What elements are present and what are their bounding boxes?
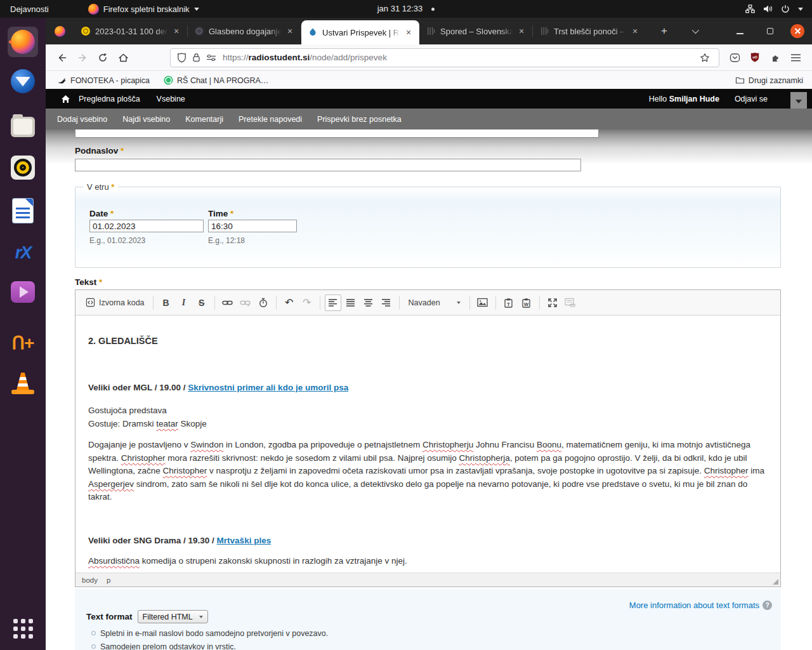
unlink-button[interactable] [237,295,254,311]
dock-item-libreoffice[interactable] [8,196,38,226]
undo-button[interactable]: ↶ [281,295,298,311]
tab-close-button[interactable]: × [284,25,296,37]
back-button[interactable] [52,48,72,67]
volume-icon [763,4,773,13]
align-left-button[interactable] [325,295,341,311]
podnaslov-field[interactable] [75,159,581,171]
tab-ustvari-prispevek[interactable]: Ustvari Prispevek | R × [301,20,419,44]
url-text: https://radiostudent.si/node/add/prispev… [223,53,695,62]
dock-item-nplus[interactable]: Ո+ [8,328,38,358]
redo-button[interactable]: ↷ [299,295,315,311]
editor-link[interactable]: Mrtvaški ples [217,536,272,545]
bookmark-rs-chat[interactable]: RŠ Chat | NA PROGRA… [164,76,268,85]
minimize-button[interactable] [730,22,750,41]
dock-item-vlc[interactable] [8,368,38,399]
italic-button[interactable]: I [176,295,192,311]
shortcut-komentarji[interactable]: Komentarji [185,115,223,124]
admin-link-pregledna-plosca[interactable]: Pregledna plošča [79,95,140,103]
bold-button[interactable]: B [158,295,174,311]
url-bar[interactable]: https://radiostudent.si/node/add/prispev… [170,48,719,67]
paragraph-format-select[interactable]: Navaden [404,295,465,311]
shortcut-dodaj-vsebino[interactable]: Dodaj vsebino [57,115,107,124]
dock-item-media-player[interactable] [8,277,38,307]
image-button[interactable] [475,295,491,311]
extensions-puzzle-button[interactable] [765,48,785,67]
menu-hamburger-button[interactable] [785,48,806,67]
align-center-button[interactable] [360,295,377,311]
dock-item-rx[interactable]: rX [8,237,38,268]
dock-item-audio-player[interactable] [8,152,38,183]
shortcut-pretekle-napovedi[interactable]: Pretekle napovedi [239,115,302,124]
logout-link[interactable]: Odjavi se [735,95,768,103]
editor-paragraph: Dogajanje je postavljeno v Swindon in Lo… [88,439,768,504]
tab-spored-slovenska[interactable]: Spored – Slovenska × [419,20,532,42]
activities-button[interactable]: Dejavnosti [0,0,59,18]
align-right-button[interactable] [378,295,395,311]
date-field[interactable] [89,220,204,232]
tab-glasbeno-dogajanje[interactable]: Glasbeno dogajanje × [188,20,301,42]
help-icon[interactable]: ? [763,600,772,610]
source-button[interactable]: Izvorna koda [82,295,148,311]
time-label: Time * [208,209,233,218]
editor-text: mora razrešiti skrivnost: nekdo je sosed… [166,453,459,463]
text-format-select[interactable]: Filtered HTML [138,610,208,623]
svg-text:W: W [524,301,529,307]
list-tabs-button[interactable] [685,22,704,41]
link-button[interactable] [219,295,236,311]
strikethrough-button[interactable]: S [193,295,210,311]
path-body[interactable]: body [82,576,98,584]
dock-item-files[interactable] [8,112,38,142]
stopwatch-icon [258,298,268,308]
timer-button[interactable] [255,295,272,311]
show-applications-button[interactable] [8,613,38,644]
templates-button[interactable] [562,295,579,311]
editor-content[interactable]: 2. GLEDALIŠČEVeliki oder MGL / 19.00 / S… [75,315,780,573]
shortcut-prispevki-brez-posnetka[interactable]: Prispevki brez posnetka [317,115,402,124]
focused-app-menu[interactable]: Firefox spletni brskalnik [88,4,199,15]
time-field[interactable] [208,220,297,232]
other-bookmarks-folder[interactable]: Drugi zaznamki [735,76,803,85]
restore-button[interactable] [760,22,780,41]
resize-handle[interactable] [773,579,778,585]
tab-favicon-icon [81,26,91,36]
libreoffice-icon [13,199,33,223]
system-tray[interactable] [745,4,812,13]
tab-trst-blesci-ponoci[interactable]: Trst blešči ponoči – S × [533,20,646,42]
v-etru-fieldset: V etru * Date * E.g., 01.02.2023 Time * … [75,187,781,268]
ublock-origin-button[interactable]: uO [745,48,765,67]
editor-text: Absurdistična [88,556,140,566]
path-p[interactable]: p [107,576,110,584]
tab-close-button[interactable]: × [171,25,182,37]
dock-item-firefox[interactable] [8,27,38,57]
align-center-icon [364,299,373,307]
admin-link-vsebine[interactable]: Vsebine [157,95,185,103]
maximize-button[interactable] [544,295,561,311]
tab-close-button[interactable]: × [629,25,641,37]
permissions-icon[interactable] [206,54,216,62]
bookmark-star-button[interactable] [695,48,715,67]
username: Smiljan Hude [669,95,719,103]
reload-button[interactable] [93,48,113,67]
close-button[interactable] [790,24,804,38]
paste-word-button[interactable]: W [518,295,535,311]
naslov-field-partial[interactable] [75,129,599,138]
tab-100decibelov[interactable]: 2023-01-31 100 deci × [74,20,187,42]
more-info-link[interactable]: More information about text formats [629,600,759,610]
paste-text-button[interactable]: T [501,295,517,311]
tab-close-button[interactable]: × [516,25,527,37]
shortcut-najdi-vsebino[interactable]: Najdi vsebino [122,115,170,124]
home-button[interactable] [113,48,133,67]
editor-link[interactable]: Skrivnostni primer ali kdo je umoril psa [188,383,348,392]
tracking-shield-icon[interactable] [177,53,187,63]
forward-button[interactable] [72,48,93,67]
dock-item-thunderbird[interactable] [8,66,38,96]
new-tab-button[interactable]: + [655,22,674,41]
toolbar-toggle-button[interactable] [790,92,807,110]
lock-icon[interactable] [192,53,200,62]
admin-home-button[interactable] [57,90,74,109]
bookmark-fonoteka[interactable]: FONOTEKA - picapica [57,76,150,85]
editor-text: v nasprotju z željami in zapovedmi očeta… [207,466,704,475]
pocket-button[interactable] [724,48,745,67]
justify-button[interactable] [343,295,359,311]
tab-close-button[interactable]: × [403,27,414,38]
